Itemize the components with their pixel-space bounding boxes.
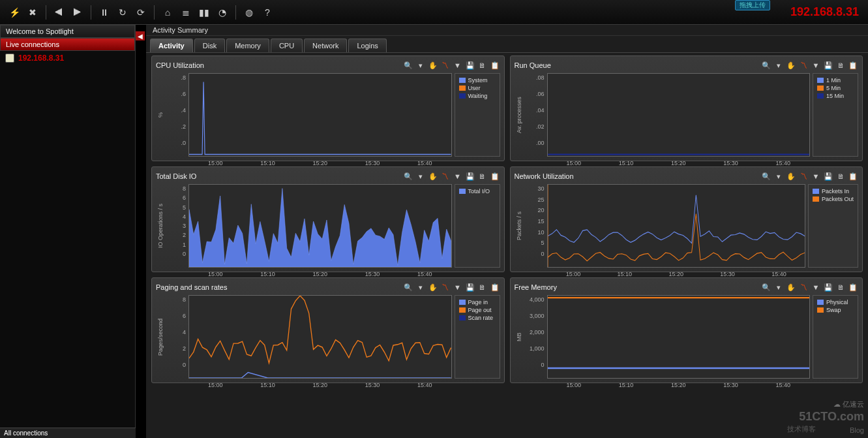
chart-icon[interactable]: 〽 [440,60,451,70]
hand-icon[interactable]: ✋ [786,60,796,70]
panel-tools: 🔍▾✋〽▼💾🗎📋 [403,282,500,292]
forward-icon[interactable]: ⯈ [70,5,85,20]
save2-icon[interactable]: 🗎 [835,60,846,70]
panel-title: Network Utilization [515,172,574,180]
legend-item: Physical [817,298,854,306]
x-tick-labels: 15:0015:1015:2015:3015:40 [189,271,451,277]
panel-title: Total Disk IO [156,172,196,180]
zoom-icon[interactable]: 🔍 [761,60,771,70]
filter-icon[interactable]: ▼ [453,282,463,292]
back-icon[interactable]: ⯇ [52,5,67,20]
chevron-down-icon[interactable]: ▾ [773,171,784,181]
globe-icon[interactable]: ◍ [241,5,257,20]
list-icon[interactable]: ≣ [178,5,194,20]
copy-icon[interactable]: 📋 [848,60,858,70]
chart-icon[interactable]: 〽 [798,282,809,292]
copy-icon[interactable]: 📋 [490,282,500,292]
save-icon[interactable]: 💾 [823,282,833,292]
legend-item: System [459,76,496,84]
save2-icon[interactable]: 🗎 [477,282,488,292]
panel-page: Paging and scan rates 🔍▾✋〽▼💾🗎📋 Pages/sec… [151,277,505,383]
panel-tools: 🔍▾✋〽▼💾🗎📋 [403,171,500,181]
save-icon[interactable]: 💾 [465,171,475,181]
tab-network[interactable]: Network [304,39,347,52]
save2-icon[interactable]: 🗎 [835,282,846,292]
chart-plot[interactable]: 15:0015:1015:2015:3015:40 [188,73,452,157]
bars-icon[interactable]: ▮▮ [196,5,212,20]
chart-plot[interactable]: 15:0015:1015:2015:3015:40 [188,184,452,268]
copy-icon[interactable]: 📋 [490,60,500,70]
welcome-header[interactable]: Welcome to Spotlight [0,25,135,38]
save2-icon[interactable]: 🗎 [835,171,846,181]
chart-icon[interactable]: 〽 [798,60,809,70]
copy-icon[interactable]: 📋 [490,171,500,181]
disconnect-icon[interactable]: ✖ [25,5,40,20]
panel-title: Free Memory [515,283,557,291]
save-icon[interactable]: 💾 [465,60,475,70]
tab-memory[interactable]: Memory [226,39,269,52]
chevron-down-icon[interactable]: ▾ [415,60,426,70]
tab-disk[interactable]: Disk [194,39,225,52]
save-icon[interactable]: 💾 [823,60,833,70]
legend-item: Packets In [813,187,854,195]
tab-activity[interactable]: Activity [150,39,193,52]
plug-icon[interactable]: ⚡ [7,5,22,20]
y-axis-label: IO Operations / s [156,184,165,268]
chevron-down-icon[interactable]: ▾ [773,60,784,70]
chevron-down-icon[interactable]: ▾ [415,171,426,181]
panel-tools: 🔍▾✋〽▼💾🗎📋 [761,60,858,70]
y-tick-labels: 86543210 [168,184,186,268]
zoom-icon[interactable]: 🔍 [403,282,413,292]
legend-item: User [459,84,496,92]
hand-icon[interactable]: ✋ [786,282,796,292]
chart-icon[interactable]: 〽 [798,171,809,181]
zoom-icon[interactable]: 🔍 [403,60,413,70]
tab-logins[interactable]: Logins [348,39,386,52]
zoom-icon[interactable]: 🔍 [761,171,771,181]
db-icon[interactable]: ◔ [215,5,230,20]
hand-icon[interactable]: ✋ [428,171,438,181]
zoom-icon[interactable]: 🔍 [403,171,413,181]
chevron-down-icon[interactable]: ▾ [415,282,426,292]
hand-icon[interactable]: ✋ [786,171,796,181]
chart-icon[interactable]: 〽 [440,171,451,181]
filter-icon[interactable]: ▼ [811,171,821,181]
connection-item[interactable]: 192.168.8.31 [0,51,135,65]
chart-icon[interactable]: 〽 [440,282,451,292]
collapse-left-icon[interactable]: ◀ [136,31,145,40]
live-connections-header[interactable]: Live connections [0,38,135,51]
reload-icon[interactable]: ⟳ [133,5,149,20]
save-icon[interactable]: 💾 [465,282,475,292]
panel-cpu: CPU Utilization 🔍▾✋〽▼💾🗎📋 % .8.6.4.2.0 15… [151,55,505,161]
copy-icon[interactable]: 📋 [848,282,858,292]
all-connections-bar[interactable]: All connections [0,428,136,438]
copy-icon[interactable]: 📋 [848,171,858,181]
home-icon[interactable]: ⌂ [160,5,175,20]
hand-icon[interactable]: ✋ [428,60,438,70]
filter-icon[interactable]: ▼ [811,60,821,70]
chart-plot[interactable]: 15:0015:1015:2015:3015:40 [188,295,452,379]
upload-tag[interactable]: 拖拽上传 [735,0,770,10]
save-icon[interactable]: 💾 [823,171,833,181]
chevron-down-icon[interactable]: ▾ [773,282,784,292]
pause-icon[interactable]: ⏸ [97,5,112,20]
help-icon[interactable]: ? [260,5,275,20]
chart-plot[interactable]: 15:0015:1015:2015:3015:40 [547,184,805,268]
legend-item: Total I/O [459,187,496,195]
filter-icon[interactable]: ▼ [453,171,463,181]
chart-plot[interactable]: 15:0015:1015:2015:3015:40 [547,73,811,157]
legend-item: 1 Min [817,76,854,84]
tab-cpu[interactable]: CPU [271,39,303,52]
chart-legend: Total I/O [455,184,500,268]
linux-icon [5,54,14,63]
save2-icon[interactable]: 🗎 [477,60,488,70]
filter-icon[interactable]: ▼ [811,282,821,292]
legend-item: Page in [459,298,496,306]
chart-plot[interactable]: 15:0015:1015:2015:3015:40 [547,295,811,379]
save2-icon[interactable]: 🗎 [477,171,488,181]
zoom-icon[interactable]: 🔍 [761,282,771,292]
hand-icon[interactable]: ✋ [428,282,438,292]
refresh-icon[interactable]: ↻ [115,5,130,20]
chart-legend: PhysicalSwap [813,295,858,379]
filter-icon[interactable]: ▼ [453,60,463,70]
